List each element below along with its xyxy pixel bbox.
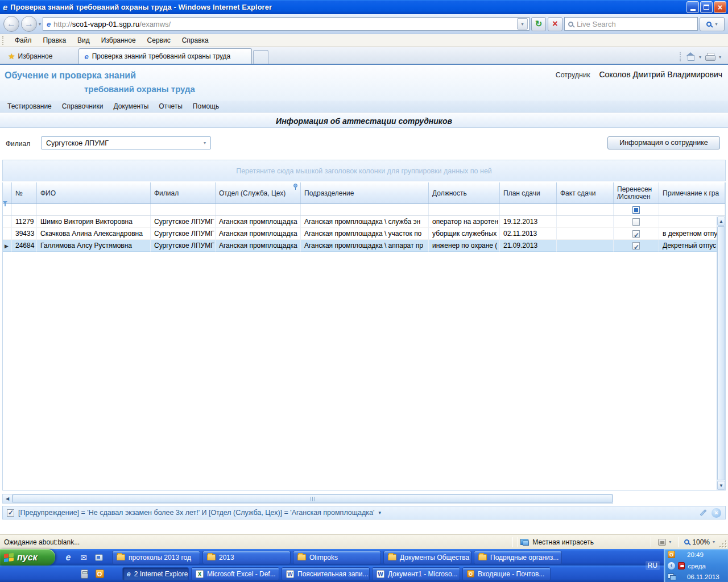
taskbar-button-folder[interactable]: Документы Общества (383, 551, 471, 564)
column-header-dolzhnost[interactable]: Должность (429, 182, 500, 203)
filter-cell[interactable] (429, 204, 500, 215)
restore-button[interactable] (700, 1, 713, 13)
column-header-perenesen[interactable]: Перенесен /Исключен (614, 182, 659, 203)
security-status-icon (658, 539, 666, 546)
taskbar-button-excel[interactable]: XMicrosoft Excel - Def... (191, 567, 279, 581)
address-bar[interactable]: e http://sco1-vapp-01.sgp.ru/examws/ ▾ (43, 17, 530, 31)
folder-icon (117, 554, 125, 560)
column-header-podrazdelenie[interactable]: Подразделение (301, 182, 429, 203)
filter-cell[interactable] (151, 204, 216, 215)
security-report-panel[interactable]: ▾ (653, 539, 676, 546)
new-tab-button[interactable] (253, 50, 268, 64)
taskbar-button-ie-group[interactable]: e 2 Internet Explorer ▼ (122, 567, 189, 581)
tray-outlook-icon[interactable]: O (668, 551, 675, 558)
column-header-num[interactable]: № (12, 182, 37, 203)
column-header-otdel[interactable]: Отдел (Служба, Цех) (216, 182, 301, 203)
row-checkbox[interactable] (632, 218, 640, 226)
quicklaunch-calculator-icon[interactable] (79, 569, 89, 579)
app-menu-help[interactable]: Помощь (188, 101, 224, 112)
scroll-down-icon[interactable]: ▼ (717, 481, 725, 490)
column-header-filial[interactable]: Филиал (151, 182, 216, 203)
taskbar-button-folder[interactable]: 2013 (202, 551, 291, 564)
filter-checkbox[interactable] (632, 206, 640, 214)
taskbar-button-word[interactable]: WПояснительная запи... (282, 567, 370, 581)
print-icon[interactable] (705, 53, 715, 61)
close-filter-icon[interactable]: × (712, 508, 721, 518)
address-dropdown-button[interactable]: ▾ (517, 18, 528, 30)
employee-info-button[interactable]: Информация о сотруднике (607, 136, 720, 149)
edit-filter-icon[interactable] (700, 509, 706, 516)
filter-cell[interactable] (301, 204, 429, 215)
taskbar-button-word[interactable]: WДокумент1 - Microso... (372, 567, 460, 581)
table-row-selected[interactable]: ▶ 24684 Галлямова Алсу Рустямовна Сургут… (3, 240, 725, 252)
app-menu-reports[interactable]: Отчеты (154, 101, 187, 112)
column-header-fakt[interactable]: Факт сдачи (557, 182, 614, 203)
menu-file[interactable]: Файл (9, 34, 38, 47)
ati-tray-icon[interactable] (678, 562, 685, 569)
search-options-icon[interactable]: ▾ (715, 22, 717, 27)
taskbar-button-folder[interactable]: протоколы 2013 год (112, 551, 200, 564)
minimize-button[interactable] (686, 1, 699, 13)
filter-dropdown-icon[interactable]: ▾ (378, 510, 381, 516)
history-dropdown-icon[interactable]: ▾ (39, 22, 41, 27)
column-header-plan[interactable]: План сдачи (500, 182, 557, 203)
stop-button[interactable]: × (548, 17, 562, 31)
hide-icons-chevron[interactable]: ‹ (668, 562, 675, 569)
app-menu-testing[interactable]: Тестирование (2, 101, 57, 112)
filter-cell[interactable] (12, 204, 37, 215)
menu-view[interactable]: Вид (72, 34, 96, 47)
search-go-button[interactable]: ▾ (700, 17, 725, 31)
refresh-button[interactable]: ↻ (531, 17, 546, 31)
network-tray-icon[interactable] (668, 573, 676, 580)
scroll-up-icon[interactable]: ▲ (717, 217, 725, 226)
start-button[interactable]: пуск (0, 549, 55, 566)
table-row[interactable]: 39433 Скачкова Алина Александровна Сургу… (3, 228, 725, 240)
forward-button[interactable]: → (21, 16, 37, 32)
filter-checkbox-cell[interactable] (614, 204, 659, 215)
filter-cell[interactable] (500, 204, 557, 215)
vertical-scroll-thumb[interactable] (717, 226, 725, 480)
favorites-button[interactable]: ★ Избранное (2, 49, 58, 64)
menu-tools[interactable]: Сервис (142, 34, 176, 47)
filter-cell[interactable] (37, 204, 151, 215)
taskbar-button-folder[interactable]: Подрядные организ... (474, 551, 562, 564)
horizontal-scrollbar[interactable]: ◀ (2, 494, 613, 504)
filter-cell[interactable] (659, 204, 725, 215)
close-button[interactable]: × (714, 1, 726, 13)
menu-help[interactable]: Справка (176, 34, 214, 47)
quicklaunch-ie-icon[interactable]: e (63, 552, 73, 563)
column-header-fio[interactable]: ФИО (37, 182, 151, 203)
filter-cell[interactable] (216, 204, 301, 215)
row-checkbox[interactable] (632, 230, 640, 238)
menu-favorites[interactable]: Избранное (96, 34, 142, 47)
resize-grip[interactable] (718, 535, 728, 549)
table-row[interactable]: 11279 Шимко Виктория Викторовна Сургутск… (3, 216, 725, 228)
active-filter-text[interactable]: [Предупреждение] = 'Не сдавал экзамен бо… (18, 509, 374, 517)
taskbar-button-outlook[interactable]: OВходящие - Почтов... (462, 567, 551, 581)
taskbar-button-folder[interactable]: Olimpoks (293, 551, 381, 564)
language-indicator[interactable]: RU (646, 561, 660, 570)
print-dropdown-icon[interactable]: ▾ (719, 55, 721, 60)
home-dropdown-icon[interactable]: ▾ (699, 55, 701, 60)
tab-active[interactable]: e Проверка знаний требований охраны труд… (78, 48, 252, 64)
zoom-control[interactable]: 100% ▾ (681, 538, 718, 546)
home-icon[interactable] (686, 53, 695, 61)
row-checkbox[interactable] (632, 242, 640, 250)
quicklaunch-show-desktop-icon[interactable] (94, 552, 104, 563)
search-input[interactable]: Live Search (564, 17, 698, 31)
app-menu-directories[interactable]: Справочники (57, 101, 109, 112)
quicklaunch-outlook-icon[interactable]: O (94, 569, 105, 579)
app-menu-documents[interactable]: Документы (109, 101, 154, 112)
vertical-scrollbar[interactable]: ▲ ▼ (717, 217, 725, 490)
quicklaunch-mail-icon[interactable]: ✉ (78, 552, 89, 563)
column-header-note[interactable]: Примечание к гра (659, 182, 725, 203)
filial-select[interactable]: Сургутское ЛПУМГ ▾ (41, 136, 211, 149)
filter-cell[interactable] (557, 204, 614, 215)
scroll-left-icon[interactable]: ◀ (3, 494, 13, 503)
back-button[interactable]: ← (3, 16, 19, 32)
menu-edit[interactable]: Правка (38, 34, 72, 47)
horizontal-scroll-thumb[interactable] (13, 494, 613, 503)
filter-enabled-checkbox[interactable] (7, 509, 14, 517)
attestation-grid: № ФИО Филиал Отдел (Служба, Цех) Подразд… (2, 182, 726, 490)
group-by-panel[interactable]: Перетяните сюда мышкой заголовок колонки… (2, 160, 726, 181)
